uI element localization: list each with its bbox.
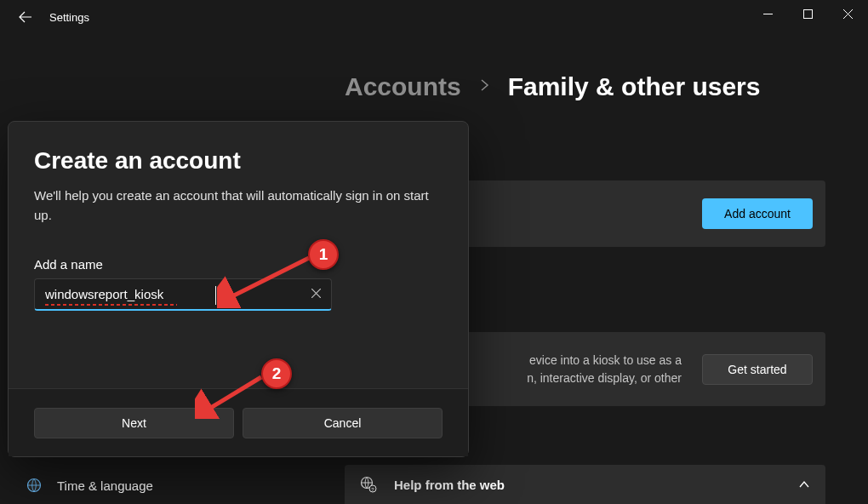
maximize-button[interactable] [788,0,828,27]
annotation-arrow-2 [195,372,267,419]
chevron-up-icon [798,477,810,492]
text-caret [215,286,216,305]
breadcrumb-current: Family & other users [508,72,761,101]
titlebar: Settings [0,0,868,34]
close-icon [843,9,853,19]
back-button[interactable] [17,9,34,26]
svg-line-6 [205,377,261,411]
minimize-icon [763,9,773,19]
annotation-arrow-1 [217,253,315,308]
window-controls [748,0,868,27]
sidebar-item-time-language[interactable]: Time & language [26,477,153,494]
annotation-badge-1: 1 [308,239,339,270]
help-label: Help from the web [394,478,505,492]
help-from-web-row[interactable]: ? Help from the web [345,465,825,504]
breadcrumb-parent[interactable]: Accounts [345,72,461,101]
cancel-button[interactable]: Cancel [243,408,443,438]
svg-rect-0 [804,9,813,18]
add-account-button[interactable]: Add account [702,198,813,229]
svg-line-5 [227,258,309,299]
dialog-description: We'll help you create an account that wi… [34,186,443,225]
globe-help-icon: ? [360,476,377,493]
annotation-badge-2: 2 [261,358,292,389]
minimize-button[interactable] [748,0,788,27]
chevron-right-icon [480,77,489,96]
dialog-title: Create an account [34,147,443,175]
get-started-button[interactable]: Get started [702,354,813,385]
globe-clock-icon [26,477,43,494]
sidebar-item-label: Time & language [57,478,153,493]
breadcrumb: Accounts Family & other users [0,34,868,101]
close-button[interactable] [828,0,868,27]
window-title: Settings [49,11,89,24]
arrow-left-icon [19,10,32,24]
maximize-icon [803,9,813,19]
spellcheck-underline [45,304,177,306]
